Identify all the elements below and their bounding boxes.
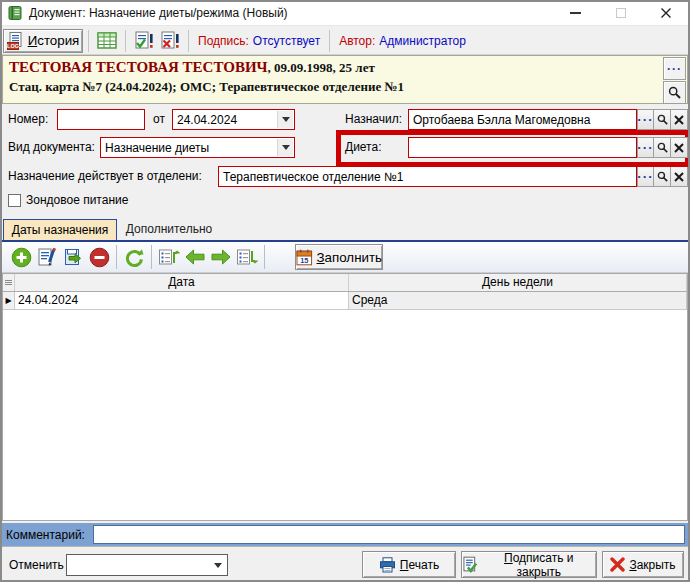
footer-bar: Отменить с Печать Подписать и закрыть За…	[0, 546, 690, 582]
tube-feeding-label: Зондовое питание	[26, 190, 128, 211]
doc-type-value: Назначение диеты	[105, 141, 209, 155]
date-dropdown-button[interactable]	[277, 111, 293, 128]
clear-x-icon	[674, 172, 684, 182]
arrow-right-icon	[210, 248, 232, 266]
window-title: Документ: Назначение диеты/режима (Новый…	[29, 6, 288, 20]
history-log-icon: LOG	[7, 32, 24, 50]
grid-header: Дата День недели	[3, 274, 687, 292]
comment-input[interactable]	[93, 525, 685, 544]
magnifier-icon	[668, 86, 681, 99]
assigned-by-search-button[interactable]	[654, 109, 671, 130]
doc-type-dropdown-button[interactable]	[277, 139, 293, 156]
calendar-icon: 15	[296, 249, 313, 266]
edit-row-button[interactable]	[34, 244, 60, 270]
column-header-weekday[interactable]: День недели	[349, 274, 687, 291]
title-bar: Документ: Назначение диеты/режима (Новый…	[0, 0, 690, 26]
save-row-button[interactable]	[60, 244, 86, 270]
main-toolbar: LOG История	[0, 27, 690, 55]
history-button[interactable]: LOG История	[3, 29, 83, 53]
clear-x-icon	[674, 143, 684, 153]
tab-additional[interactable]: Дополнительно	[117, 219, 221, 240]
print-button[interactable]: Печать	[362, 551, 456, 578]
signature-value: Отсутствует	[253, 34, 320, 48]
table-row[interactable]: ▶ 24.04.2024 Среда	[3, 292, 687, 310]
department-field[interactable]: Терапевтическое отделение №1	[218, 166, 637, 187]
refresh-button[interactable]	[121, 244, 147, 270]
move-right-button[interactable]	[208, 244, 234, 270]
ellipsis-icon: ···	[637, 116, 653, 124]
diet-more-button[interactable]: ···	[637, 137, 654, 158]
table-grid-icon	[97, 32, 117, 49]
patient-name: ТЕСТОВАЯ ТЕСТОВАЯ ТЕСТОВИЧ	[9, 59, 268, 75]
assigned-by-more-button[interactable]: ···	[637, 109, 654, 130]
chevron-down-icon	[282, 145, 290, 150]
maximize-button[interactable]	[598, 0, 643, 26]
assigned-by-clear-button[interactable]	[671, 109, 688, 130]
print-label: Печать	[400, 558, 439, 572]
ellipsis-icon: ···	[667, 65, 682, 73]
clear-x-icon	[674, 115, 684, 125]
dates-grid: Дата День недели ▶ 24.04.2024 Среда	[2, 273, 688, 521]
sign-close-icon	[462, 556, 478, 573]
move-last-button[interactable]	[234, 244, 260, 270]
close-icon	[660, 7, 672, 19]
toolbar-separator	[151, 245, 152, 269]
doc-type-combo[interactable]: Назначение диеты	[100, 137, 295, 158]
tab-dates[interactable]: Даты назначения	[3, 219, 117, 240]
edit-document-icon	[37, 247, 58, 268]
fill-dates-button[interactable]: 15 Заполнить	[295, 244, 383, 270]
arrow-left-icon	[184, 248, 206, 266]
patient-more-button[interactable]: ···	[663, 57, 686, 80]
minimize-button[interactable]	[553, 0, 598, 26]
patient-search-button[interactable]	[663, 81, 686, 104]
close-dialog-label: Закрыть	[629, 558, 675, 572]
unsign-cross-icon	[159, 31, 181, 51]
ellipsis-icon: ···	[637, 173, 653, 181]
fill-label: Заполнить	[317, 250, 382, 265]
add-row-button[interactable]	[8, 244, 34, 270]
assigned-by-field[interactable]: Ортобаева Бэлла Магомедовна	[408, 109, 637, 130]
date-combo[interactable]: 24.04.2024	[172, 109, 295, 130]
magnifier-icon	[657, 114, 668, 125]
number-label: Номер:	[8, 109, 48, 130]
sign-check-icon	[133, 31, 155, 51]
department-more-button[interactable]: ···	[637, 166, 654, 187]
department-search-button[interactable]	[654, 166, 671, 187]
sign-close-label: Подписать и закрыть	[482, 551, 596, 579]
number-input[interactable]	[57, 109, 145, 130]
column-header-date[interactable]: Дата	[15, 274, 349, 291]
diet-clear-button[interactable]	[671, 137, 688, 158]
toolbar-separator	[329, 30, 330, 52]
history-label: История	[28, 33, 80, 48]
move-left-button[interactable]	[182, 244, 208, 270]
printer-icon	[379, 557, 396, 573]
maximize-icon	[616, 8, 626, 18]
diet-search-button[interactable]	[654, 137, 671, 158]
grid-corner-cell	[3, 274, 15, 291]
patient-banner: ТЕСТОВАЯ ТЕСТОВАЯ ТЕСТОВИЧ, 09.09.1998, …	[2, 55, 688, 104]
chevron-down-icon	[282, 117, 290, 122]
tube-feeding-checkbox[interactable]	[8, 194, 21, 207]
diet-input[interactable]	[408, 137, 637, 158]
close-button[interactable]	[643, 0, 688, 26]
author-label: Автор:	[339, 34, 375, 48]
sign-and-close-button[interactable]: Подписать и закрыть	[461, 551, 597, 578]
delete-row-button[interactable]	[86, 244, 112, 270]
unsign-document-button[interactable]	[157, 29, 183, 53]
ellipsis-icon: ···	[637, 144, 653, 152]
close-dialog-button[interactable]: Закрыть	[602, 551, 684, 578]
move-first-button[interactable]	[156, 244, 182, 270]
magnifier-icon	[657, 142, 668, 153]
date-value: 24.04.2024	[177, 113, 237, 127]
toolbar-separator	[116, 245, 117, 269]
department-clear-button[interactable]	[671, 166, 688, 187]
cancel-from-combo[interactable]	[66, 554, 228, 576]
department-label: Назначение действует в отделени:	[8, 166, 202, 187]
diet-label: Диета:	[345, 137, 381, 158]
magnifier-icon	[657, 171, 668, 182]
signature-label: Подпись:	[198, 34, 249, 48]
toolbar-separator	[88, 30, 89, 52]
sign-document-button[interactable]	[131, 29, 157, 53]
list-arrow-up-icon	[158, 247, 180, 267]
table-view-button[interactable]	[94, 29, 120, 53]
